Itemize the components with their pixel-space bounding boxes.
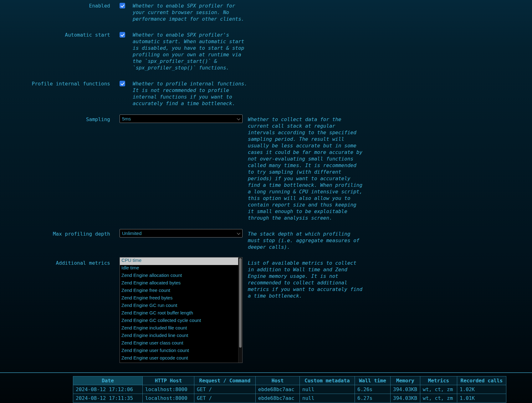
cell-request-command[interactable]: GET /: [194, 394, 256, 403]
max-depth-description: The stack depth at which profiling must …: [248, 231, 386, 250]
additional-metrics-description: List of available metrics to collect in …: [248, 260, 386, 299]
cell-recorded-calls[interactable]: 1.01K: [457, 394, 506, 403]
column-header[interactable]: Request / Command: [194, 376, 256, 385]
column-header[interactable]: Host: [256, 376, 300, 385]
cell-custom-metadata[interactable]: null: [300, 394, 355, 403]
column-header[interactable]: HTTP Host: [143, 376, 194, 385]
cell-date[interactable]: 2024-08-12 17:12:06: [73, 385, 143, 394]
chevron-down-icon: [237, 116, 240, 120]
config-form: Enabled Whether to enable SPX profiler f…: [0, 3, 532, 363]
cell-metrics[interactable]: wt, ct, zm: [420, 394, 457, 403]
automatic-start-description: Whether to enable SPX profiler's automat…: [133, 32, 270, 71]
metric-option[interactable]: Zend Engine freed bytes: [120, 295, 238, 303]
metric-option[interactable]: Zend Engine user opcode count: [120, 355, 238, 363]
cell-date[interactable]: 2024-08-12 17:11:35: [73, 394, 143, 403]
row-max-profiling-depth: Max profiling depth Unlimited The stack …: [0, 231, 532, 250]
scrollbar-thumb[interactable]: [239, 258, 242, 348]
enabled-label: Enabled: [0, 3, 110, 9]
row-sampling: Sampling 5ms Whether to collect data for…: [0, 116, 532, 221]
reports-table: Date HTTP Host Request / Command Host Cu…: [73, 376, 506, 403]
chevron-down-icon: [237, 231, 240, 234]
column-header[interactable]: Metrics: [420, 376, 457, 385]
table-body: 2024-08-12 17:12:06 localhost:8000 GET /…: [73, 385, 506, 403]
row-profile-internal-functions: Profile internal functions Whether to pr…: [0, 80, 532, 107]
profile-internal-checkbox[interactable]: [120, 81, 125, 86]
checkmark-icon: [120, 81, 124, 85]
checkmark-icon: [120, 3, 124, 8]
column-header[interactable]: Date: [73, 376, 143, 385]
max-depth-select-value: Unlimited: [122, 231, 142, 236]
max-depth-label: Max profiling depth: [0, 231, 110, 237]
table-row[interactable]: 2024-08-12 17:11:35 localhost:8000 GET /…: [73, 394, 506, 403]
metric-option[interactable]: Zend Engine allocated bytes: [120, 280, 238, 288]
cell-metrics[interactable]: wt, ct, zm: [420, 385, 457, 394]
cell-recorded-calls[interactable]: 1.02K: [457, 385, 506, 394]
profile-internal-description: Whether to profile internal functions. I…: [133, 80, 270, 107]
cell-memory[interactable]: 394.03KB: [391, 385, 420, 394]
sampling-description: Whether to collect data for the current …: [248, 116, 386, 221]
metrics-options: CPU time Idle time Zend Engine allocatio…: [120, 258, 242, 363]
checkmark-icon: [120, 33, 124, 37]
sampling-select-value: 5ms: [122, 116, 131, 121]
cell-http-host[interactable]: localhost:8000: [143, 385, 194, 394]
row-enabled: Enabled Whether to enable SPX profiler f…: [0, 3, 532, 22]
column-header[interactable]: Memory: [391, 376, 420, 385]
cell-custom-metadata[interactable]: null: [300, 385, 355, 394]
cell-http-host[interactable]: localhost:8000: [143, 394, 194, 403]
metric-option[interactable]: Zend Engine GC collected cycle count: [120, 318, 238, 325]
enabled-checkbox[interactable]: [120, 3, 125, 8]
row-automatic-start: Automatic start Whether to enable SPX pr…: [0, 32, 532, 71]
metric-option[interactable]: CPU time: [120, 258, 238, 265]
automatic-start-checkbox[interactable]: [120, 32, 125, 38]
sampling-select[interactable]: 5ms: [120, 115, 243, 123]
table-header-row: Date HTTP Host Request / Command Host Cu…: [73, 376, 506, 385]
listbox-scrollbar[interactable]: [238, 258, 242, 363]
metric-option[interactable]: Idle time: [120, 265, 238, 273]
column-header[interactable]: Custom metadata: [300, 376, 355, 385]
additional-metrics-label: Additional metrics: [0, 260, 110, 266]
column-header[interactable]: Wall time: [355, 376, 391, 385]
cell-request-command[interactable]: GET /: [194, 385, 256, 394]
spx-control-panel: Enabled Whether to enable SPX profiler f…: [0, 0, 532, 403]
metric-option[interactable]: Zend Engine allocation count: [120, 273, 238, 280]
table-row[interactable]: 2024-08-12 17:12:06 localhost:8000 GET /…: [73, 385, 506, 394]
metric-option[interactable]: Zend Engine included line count: [120, 333, 238, 340]
metric-option[interactable]: Zend Engine user class count: [120, 340, 238, 348]
sampling-label: Sampling: [0, 116, 110, 123]
profile-internal-label: Profile internal functions: [0, 80, 110, 87]
metric-option[interactable]: Zend Engine free count: [120, 288, 238, 295]
metric-option[interactable]: Zend Engine GC run count: [120, 303, 238, 310]
cell-wall-time[interactable]: 6.27s: [355, 394, 391, 403]
metric-option[interactable]: Zend Engine GC root buffer length: [120, 310, 238, 318]
metric-option[interactable]: Zend Engine included file count: [120, 325, 238, 333]
cell-memory[interactable]: 394.03KB: [391, 394, 420, 403]
cell-host[interactable]: ebde68bc7aac: [256, 394, 300, 403]
max-depth-select[interactable]: Unlimited: [120, 229, 243, 237]
row-additional-metrics: Additional metrics CPU time Idle time Ze…: [0, 260, 532, 363]
metric-option[interactable]: Zend Engine user function count: [120, 348, 238, 355]
divider: [0, 372, 532, 373]
additional-metrics-listbox[interactable]: CPU time Idle time Zend Engine allocatio…: [120, 257, 243, 363]
enabled-description: Whether to enable SPX profiler for your …: [133, 3, 270, 22]
automatic-start-label: Automatic start: [0, 32, 110, 38]
cell-wall-time[interactable]: 6.26s: [355, 385, 391, 394]
column-header[interactable]: Recorded calls: [457, 376, 506, 385]
cell-host[interactable]: ebde68bc7aac: [256, 385, 300, 394]
